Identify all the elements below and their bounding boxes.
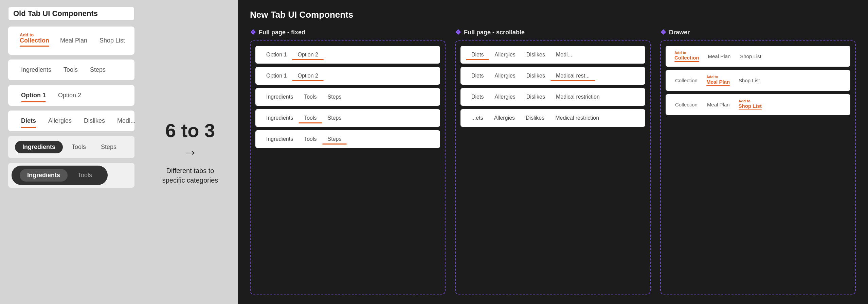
new-tab-card-scroll-3: Diets Allergies Dislikes Medical restric… [460,88,645,106]
new-tab-steps-b[interactable]: Steps [322,113,347,123]
drawer-main-mealplan-2: Meal Plan [706,79,730,86]
toggle-ingredients[interactable]: Ingredients [20,169,68,182]
tab-add-to-label: Add to [20,33,34,37]
drawer-shop-list-1[interactable]: Shop List [736,52,765,61]
new-tab-card-scroll-2: Diets Allergies Dislikes Medical rest... [460,67,645,85]
middle-section: 6 to 3 → Different tabs tospecific categ… [143,0,238,304]
old-tab-card-3: Option 1 Option 2 [8,85,134,106]
section-drawer: ❖ Drawer Add to Collection Meal Plan Sho… [660,28,856,294]
drawer-tab-add-collection[interactable]: Add to Collection [671,50,703,63]
drawer-card-3: Collection Meal Plan Add to Shop List [666,94,850,115]
drawer-meal-plan-3[interactable]: Meal Plan [703,100,734,109]
old-tab-card-5: Ingredients Tools Steps [8,136,134,158]
transition-description: Different tabs tospecific categories [162,166,218,185]
tab-dislikes[interactable]: Dislikes [78,115,111,126]
drawer-shop-list-2[interactable]: Shop List [735,76,764,85]
new-tab-card-fixed-5: Ingredients Tools Steps [255,130,440,148]
new-tab-card-fixed-1: Option 1 Option 2 [255,46,440,64]
tab-medical[interactable]: Medi... [111,115,142,126]
new-tab-option1-b[interactable]: Option 1 [261,71,292,81]
new-tab-sections: ❖ Full page - fixed Option 1 Option 2 Op… [250,28,856,294]
tab-collection-label: Collection [20,37,49,47]
new-tab-option2-a[interactable]: Option 2 [292,50,323,60]
new-tab-tools-c[interactable]: Tools [299,134,322,144]
scroll-ets[interactable]: ...ets [466,113,489,123]
pill-tab-ingredients[interactable]: Ingredients [15,141,63,153]
old-tab-card-6: Ingredients Tools [8,163,134,188]
section-fixed-label: Full page - fixed [259,29,305,36]
section-drawer-label: Drawer [669,29,690,36]
new-tab-steps-c[interactable]: Steps [322,134,347,144]
new-tab-tools-b[interactable]: Tools [299,113,322,123]
section-scrollable-header: ❖ Full page - scrollable [455,28,651,36]
tab-meal-plan[interactable]: Meal Plan [54,35,93,46]
old-tab-title: Old Tab UI Components [8,7,134,20]
toggle-tools[interactable]: Tools [70,169,100,182]
scroll-allergies-b[interactable]: Allergies [489,71,521,81]
scroll-dislikes-d[interactable]: Dislikes [520,113,550,123]
scroll-allergies-d[interactable]: Allergies [489,113,520,123]
tab-steps[interactable]: Steps [84,64,112,75]
section-full-page-scrollable: ❖ Full page - scrollable Diets Allergies… [455,28,651,294]
drawer-meal-plan-1[interactable]: Meal Plan [704,52,735,61]
drawer-small-add-to-1: Add to [674,51,699,55]
old-tab-card-2: Ingredients Tools Steps [8,60,134,80]
arrow-icon: → [183,144,197,161]
tab-option2[interactable]: Option 2 [52,90,87,101]
section-drawer-header: ❖ Drawer [660,28,856,36]
new-tab-title: New Tab UI Components [250,10,856,20]
scroll-dislikes-c[interactable]: Dislikes [521,92,550,102]
drawer-main-shoplist-3: Shop List [739,103,762,110]
drawer-tab-add-shoplist[interactable]: Add to Shop List [735,98,765,111]
drawer-small-add-to-3: Add to [739,99,762,103]
drawer-collection-2[interactable]: Collection [671,76,702,85]
section-fixed-header: ❖ Full page - fixed [250,28,446,36]
scroll-diets-c[interactable]: Diets [466,92,489,102]
tab-ingredients[interactable]: Ingredients [15,64,57,75]
diamond-icon-3: ❖ [660,28,666,36]
drawer-collection-3[interactable]: Collection [671,100,702,109]
old-tab-card-4: Diets Allergies Dislikes Medi... [8,111,134,131]
transition-label: 6 to 3 [165,119,215,141]
left-panel: Old Tab UI Components Add to Collection … [0,0,143,304]
tab-option1[interactable]: Option 1 [15,90,52,101]
scroll-allergies-c[interactable]: Allergies [489,92,521,102]
new-tab-card-fixed-4: Ingredients Tools Steps [255,109,440,127]
section-scrollable-border: Diets Allergies Dislikes Medi... Diets A… [455,40,651,294]
new-tab-ingr-a[interactable]: Ingredients [261,92,299,102]
section-drawer-border: Add to Collection Meal Plan Shop List Co… [660,40,856,294]
section-full-page-fixed: ❖ Full page - fixed Option 1 Option 2 Op… [250,28,446,294]
drawer-small-add-to-2: Add to [706,75,730,79]
scroll-medrest-b[interactable]: Medical rest... [550,71,595,81]
new-tab-option1-a[interactable]: Option 1 [261,50,292,60]
tab-diets[interactable]: Diets [15,115,42,126]
tab-tools[interactable]: Tools [57,64,84,75]
section-scrollable-label: Full page - scrollable [464,29,525,36]
scroll-dislikes-b[interactable]: Dislikes [521,71,550,81]
scroll-diets-a[interactable]: Diets [466,50,489,60]
old-tab-card-1: Add to Collection Meal Plan Shop List [8,27,134,55]
new-tab-option2-b[interactable]: Option 2 [292,71,323,81]
tab-allergies[interactable]: Allergies [42,115,78,126]
drawer-card-2: Collection Add to Meal Plan Shop List [666,70,850,91]
new-tab-steps-a[interactable]: Steps [322,92,347,102]
new-tab-card-scroll-1: Diets Allergies Dislikes Medi... [460,46,645,64]
scroll-diets-b[interactable]: Diets [466,71,489,81]
new-tab-ingr-b[interactable]: Ingredients [261,113,299,123]
scroll-dislikes-a[interactable]: Dislikes [521,50,550,60]
pill-tab-tools[interactable]: Tools [64,141,93,153]
new-tab-card-fixed-3: Ingredients Tools Steps [255,88,440,106]
pill-tab-steps[interactable]: Steps [93,141,124,153]
scroll-allergies-a[interactable]: Allergies [489,50,521,60]
scroll-medi-a[interactable]: Medi... [550,50,578,60]
drawer-card-1: Add to Collection Meal Plan Shop List [666,46,850,67]
scroll-medrest-d[interactable]: Medical restriction [550,113,604,123]
scroll-medrest-c[interactable]: Medical restriction [550,92,605,102]
toggle-container: Ingredients Tools [12,166,108,185]
drawer-tab-add-mealplan[interactable]: Add to Meal Plan [703,74,733,87]
new-tab-ingr-c[interactable]: Ingredients [261,134,299,144]
new-tab-tools-a[interactable]: Tools [299,92,322,102]
tab-shop-list[interactable]: Shop List [93,35,131,46]
diamond-icon-2: ❖ [455,28,461,36]
tab-add-to-collection[interactable]: Add to Collection [15,31,54,50]
